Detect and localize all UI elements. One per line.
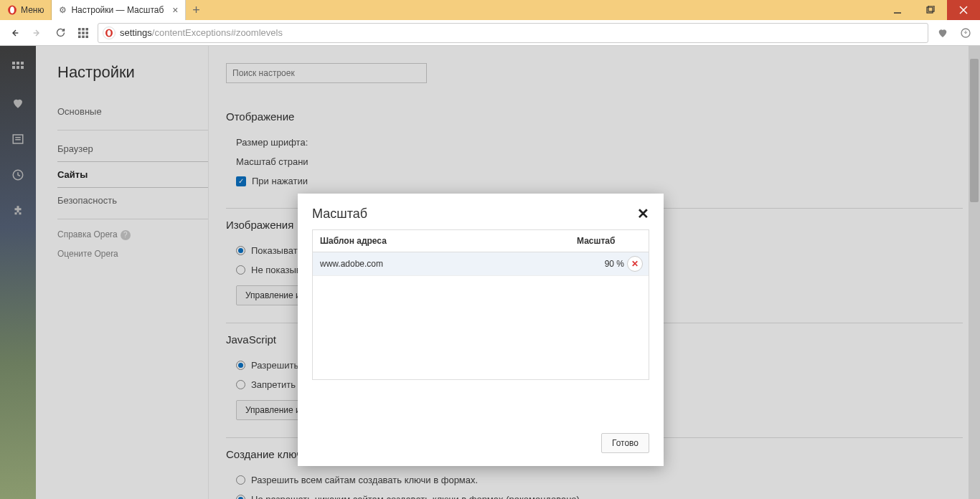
done-button[interactable]: Готово xyxy=(601,433,649,453)
table-row[interactable]: www.adobe.com 90 % ✕ xyxy=(313,252,649,276)
svg-rect-26 xyxy=(21,66,24,69)
help-icon: ? xyxy=(121,230,131,240)
maximize-button[interactable] xyxy=(914,0,947,20)
forward-button[interactable] xyxy=(29,24,46,42)
left-rail xyxy=(0,46,36,499)
row-delete-button[interactable]: ✕ xyxy=(627,256,643,272)
nav-basic[interactable]: Основные xyxy=(57,99,208,124)
bookmarks-rail-icon[interactable] xyxy=(11,96,25,110)
download-progress-icon xyxy=(960,27,971,39)
svg-rect-16 xyxy=(82,35,85,38)
news-rail-icon[interactable] xyxy=(11,132,25,146)
svg-rect-15 xyxy=(78,35,81,38)
nav-help[interactable]: Справка Opera? xyxy=(57,225,208,244)
keys-block-radio[interactable]: Не разрешать никаким сайтам создавать кл… xyxy=(226,490,963,499)
url-text: settings/contentExceptions#zoomlevels xyxy=(120,27,283,38)
svg-rect-22 xyxy=(17,62,19,65)
page-zoom-row: Масштаб страни xyxy=(226,152,963,171)
nav-browser[interactable]: Браузер xyxy=(57,136,208,161)
window-titlebar: Меню ⚙ Настройки — Масштаб × + xyxy=(0,0,980,20)
dialog-close-button[interactable]: ✕ xyxy=(637,205,649,222)
tab-close-icon[interactable]: × xyxy=(172,4,178,16)
extensions-rail-icon[interactable] xyxy=(11,204,25,218)
arrow-right-icon xyxy=(32,27,43,39)
page-title: Настройки xyxy=(57,63,208,82)
svg-rect-10 xyxy=(82,28,85,31)
onclick-row[interactable]: ✓При нажатии xyxy=(226,171,963,191)
history-rail-icon[interactable] xyxy=(11,168,25,182)
menu-label: Меню xyxy=(21,5,44,15)
arrow-left-icon xyxy=(9,27,20,39)
browser-tab[interactable]: ⚙ Настройки — Масштаб × xyxy=(52,0,186,20)
minimize-button[interactable] xyxy=(881,0,914,20)
back-button[interactable] xyxy=(6,24,23,42)
zoom-table: Шаблон адреса Масштаб www.adobe.com 90 %… xyxy=(312,229,649,380)
browser-toolbar: settings/contentExceptions#zoomlevels xyxy=(0,20,980,46)
svg-rect-4 xyxy=(928,6,934,11)
opera-icon xyxy=(7,5,17,15)
row-zoom: 90 % xyxy=(545,252,624,275)
menu-button[interactable]: Меню xyxy=(0,0,52,20)
svg-rect-21 xyxy=(12,62,15,65)
row-host: www.adobe.com xyxy=(313,252,545,275)
table-header: Шаблон адреса Масштаб xyxy=(313,230,649,252)
close-window-button[interactable] xyxy=(947,0,980,20)
heart-icon xyxy=(937,27,948,39)
radio-icon xyxy=(236,475,245,485)
bookmark-button[interactable] xyxy=(934,24,951,42)
svg-rect-23 xyxy=(21,62,24,65)
settings-search-input[interactable] xyxy=(226,63,427,83)
radio-icon xyxy=(236,265,245,275)
gear-icon: ⚙ xyxy=(59,5,67,15)
svg-rect-14 xyxy=(86,32,89,34)
svg-rect-24 xyxy=(12,66,15,69)
reload-button[interactable] xyxy=(52,24,69,42)
radio-icon xyxy=(236,495,245,499)
checkbox-icon: ✓ xyxy=(236,176,246,186)
tab-title: Настройки — Масштаб xyxy=(71,5,164,15)
speed-dial-rail-icon[interactable] xyxy=(11,60,25,75)
nav-websites[interactable]: Сайты xyxy=(57,161,208,188)
column-zoom: Масштаб xyxy=(570,230,649,252)
svg-point-1 xyxy=(10,6,14,13)
font-size-row: Размер шрифта: xyxy=(226,133,963,152)
address-bar[interactable]: settings/contentExceptions#zoomlevels xyxy=(98,23,928,43)
speed-dial-button[interactable] xyxy=(75,24,92,42)
column-pattern: Шаблон адреса xyxy=(313,230,570,252)
svg-rect-13 xyxy=(82,32,85,34)
section-display: Отображение xyxy=(226,100,963,123)
radio-icon xyxy=(236,380,245,389)
svg-rect-12 xyxy=(78,32,81,34)
nav-security[interactable]: Безопасность xyxy=(57,188,208,213)
dialog-title: Масштаб xyxy=(312,206,367,222)
nav-rate[interactable]: Оцените Opera xyxy=(57,244,208,263)
new-tab-button[interactable]: + xyxy=(186,0,206,20)
opera-badge-icon xyxy=(103,27,116,39)
download-button[interactable] xyxy=(957,24,974,42)
svg-point-19 xyxy=(108,30,111,36)
svg-rect-25 xyxy=(17,66,19,69)
grid-icon xyxy=(78,28,88,38)
settings-nav: Настройки Основные Браузер Сайты Безопас… xyxy=(36,46,208,499)
svg-rect-17 xyxy=(86,35,89,38)
svg-rect-11 xyxy=(86,28,89,31)
zoom-exceptions-dialog: Масштаб ✕ Шаблон адреса Масштаб www.adob… xyxy=(298,194,664,466)
radio-icon xyxy=(236,361,245,370)
keys-allow-radio[interactable]: Разрешить всем сайтам создавать ключи в … xyxy=(226,470,963,490)
window-controls xyxy=(881,0,980,20)
svg-rect-3 xyxy=(927,7,933,13)
radio-icon xyxy=(236,246,245,255)
reload-icon xyxy=(55,27,66,38)
svg-rect-9 xyxy=(78,28,81,31)
